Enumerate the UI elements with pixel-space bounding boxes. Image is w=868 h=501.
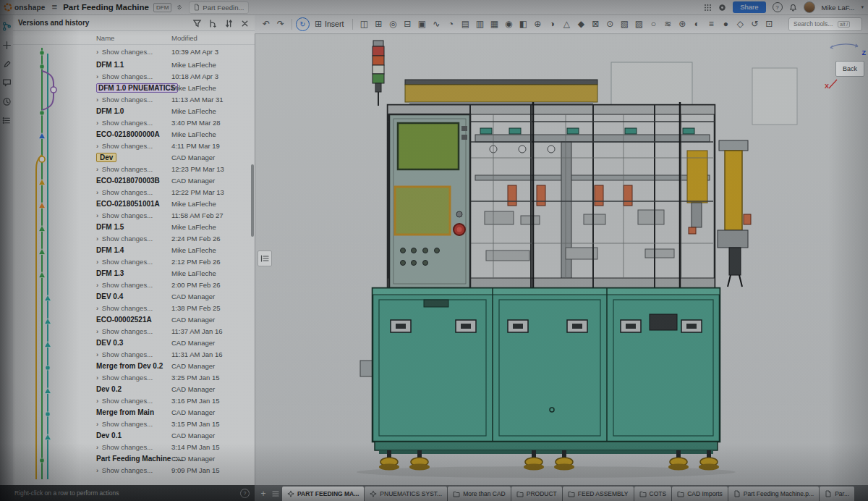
user-menu-caret-icon[interactable]: ▾ — [861, 4, 864, 10]
search-tools-input[interactable] — [792, 20, 835, 28]
show-changes-link[interactable]: › Show changes... — [96, 233, 171, 245]
mass-properties-icon[interactable]: ◆ — [574, 17, 588, 31]
version-row[interactable]: DFM 1.4› Show changes...Mike LaFleche2:1… — [13, 245, 255, 268]
document-tab[interactable]: Part Feeding Machine.p... — [728, 487, 819, 501]
named-positions-icon[interactable]: ▤ — [458, 17, 472, 31]
comments-icon[interactable] — [2, 77, 12, 87]
version-row[interactable]: Dev 0.1› Show changes...CAD Manager3:14 … — [13, 430, 255, 453]
belt-icon[interactable]: ≋ — [660, 17, 675, 31]
tab-manager-icon[interactable] — [269, 487, 282, 501]
onshape-logo-icon[interactable]: onshape — [4, 3, 46, 12]
frame-icon[interactable]: ▨ — [631, 17, 646, 31]
show-changes-link[interactable]: › Show changes... — [96, 349, 171, 361]
document-tab[interactable]: PNUEMATICS SYST... — [365, 487, 447, 501]
explode-icon[interactable]: ⊕ — [530, 17, 545, 31]
version-row[interactable]: DEV 0.3› Show changes...CAD Manager11:31… — [13, 337, 255, 361]
show-changes-link[interactable]: › Show changes... — [96, 279, 171, 291]
show-changes-link[interactable]: › Show changes... — [96, 187, 171, 198]
version-row[interactable]: DEV 0.4› Show changes...CAD Manager1:38 … — [13, 291, 255, 314]
assembly-tree-flyout-button[interactable] — [258, 250, 272, 266]
relations-icon[interactable]: ∿ — [429, 17, 443, 31]
copy-link-icon[interactable] — [176, 4, 183, 11]
linear-pattern-icon[interactable]: ▦ — [487, 17, 501, 31]
show-changes-link[interactable]: › Show changes... — [96, 372, 171, 384]
slider-mate-icon[interactable]: ⊟ — [400, 17, 414, 31]
show-changes-link[interactable]: › Show changes... — [96, 210, 171, 222]
show-changes-link[interactable]: › Show changes... — [96, 303, 171, 314]
version-row[interactable]: ECO-0218000000A› Show changes...Mike LaF… — [13, 129, 255, 152]
version-row[interactable]: Dev› Show changes...CAD Manager12:23 PM … — [13, 152, 255, 175]
section-view-icon[interactable]: ◑ — [545, 17, 559, 31]
gear-relation-icon[interactable]: ⊛ — [675, 17, 689, 31]
user-avatar[interactable] — [804, 1, 815, 13]
show-changes-link[interactable]: › Show changes... — [96, 71, 171, 83]
version-row[interactable]: ECO-0218051001A› Show changes...Mike LaF… — [13, 198, 255, 222]
version-row[interactable]: ECO-00002521A› Show changes...CAD Manage… — [13, 314, 255, 337]
document-tab[interactable]: PART FEEDING MA... — [282, 487, 364, 501]
apps-grid-icon[interactable] — [704, 4, 712, 12]
open-document-tab[interactable]: Part Feedin... — [189, 1, 249, 14]
view-cube-back-face[interactable]: Back — [835, 61, 864, 77]
mirror-icon[interactable]: ◧ — [516, 17, 530, 31]
replicate-icon[interactable]: ▥ — [472, 17, 487, 31]
versions-history-icon[interactable] — [2, 21, 12, 30]
interference-icon[interactable]: ⊠ — [588, 17, 603, 31]
appearance-icon[interactable]: ● — [718, 17, 733, 31]
notifications-bell-icon[interactable] — [789, 4, 797, 12]
display-states-icon[interactable]: ◇ — [733, 17, 747, 31]
properties-icon[interactable] — [2, 115, 12, 125]
insights-icon[interactable] — [2, 40, 12, 49]
document-tab[interactable]: Par... — [820, 487, 854, 501]
version-row[interactable]: ECO-0218070003B› Show changes...CAD Mana… — [13, 175, 255, 198]
custom-feature-icon[interactable]: ⊡ — [762, 17, 776, 31]
document-tab[interactable]: CAD Imports — [672, 487, 728, 501]
hole-icon[interactable]: ⊙ — [603, 17, 617, 31]
version-row[interactable]: Merge from Dev 0.2› Show changes...CAD M… — [13, 361, 255, 384]
animate-icon[interactable]: ↺ — [747, 17, 762, 31]
version-row[interactable]: Part Feeding Machine ::...› Show changes… — [13, 453, 255, 476]
history-icon[interactable] — [2, 96, 12, 106]
redo-icon[interactable]: ↷ — [273, 17, 288, 31]
version-row[interactable]: DFM 1.0› Show changes...Mike LaFleche3:4… — [13, 106, 255, 129]
add-tab-button[interactable]: + — [258, 487, 269, 501]
help-icon[interactable]: ? — [773, 2, 783, 12]
document-tab[interactable]: PRODUCT — [511, 487, 562, 501]
view-cube[interactable]: Z Back X — [823, 38, 868, 107]
show-changes-link[interactable]: › Show changes... — [96, 418, 171, 430]
document-tab[interactable]: COTS — [634, 487, 672, 501]
circular-pattern-icon[interactable]: ◉ — [501, 17, 516, 31]
insert-button[interactable]: ⊞ Insert — [310, 17, 349, 31]
follow-mode-icon[interactable] — [2, 59, 12, 68]
close-icon[interactable] — [240, 18, 250, 28]
compare-icon[interactable] — [224, 18, 234, 28]
panel-help-icon[interactable]: ? — [240, 489, 250, 498]
show-changes-link[interactable]: › Show changes... — [96, 326, 171, 337]
version-row[interactable]: Merge from Main› Show changes...CAD Mana… — [13, 407, 255, 430]
version-row[interactable]: DFM 1.0 PNUEMATICS› Show changes...Mike … — [13, 83, 255, 106]
create-version-icon[interactable] — [208, 18, 218, 28]
show-changes-link[interactable]: › Show changes... — [96, 256, 171, 268]
mate-icon[interactable]: ◫ — [357, 17, 371, 31]
update-available-icon[interactable]: ↻ — [296, 17, 310, 31]
cam-relation-icon[interactable]: ◐ — [689, 17, 704, 31]
sheet-metal-icon[interactable]: ▧ — [617, 17, 631, 31]
show-changes-link[interactable]: › Show changes... — [96, 140, 171, 152]
snapshot-icon[interactable]: ◔ — [443, 17, 458, 31]
show-changes-link[interactable]: › Show changes... — [96, 117, 171, 129]
graphics-area[interactable]: Z Back X — [255, 33, 868, 485]
bom-icon[interactable]: ≡ — [704, 17, 718, 31]
share-button[interactable]: Share — [733, 1, 765, 13]
show-changes-link[interactable]: › Show changes... — [96, 442, 171, 453]
version-row[interactable]: DFM 1.1› Show changes...Mike LaFleche10:… — [13, 59, 255, 83]
group-icon[interactable]: ▣ — [414, 17, 429, 31]
document-tab[interactable]: More than CAD — [448, 487, 511, 501]
version-row[interactable]: DFM 1.3› Show changes...Mike LaFleche2:0… — [13, 268, 255, 291]
cad-model[interactable] — [255, 33, 868, 485]
show-changes-link[interactable]: › Show changes... — [96, 94, 171, 106]
fastened-mate-icon[interactable]: ⊞ — [371, 17, 386, 31]
filter-icon[interactable] — [192, 18, 202, 28]
show-changes-link[interactable]: › Show changes... — [96, 46, 171, 58]
show-changes-link[interactable]: › Show changes... — [96, 395, 171, 407]
document-tab[interactable]: FEED ASSEMBLY — [563, 487, 634, 501]
version-row[interactable]: Dev 0.2› Show changes...CAD Manager3:16 … — [13, 384, 255, 407]
